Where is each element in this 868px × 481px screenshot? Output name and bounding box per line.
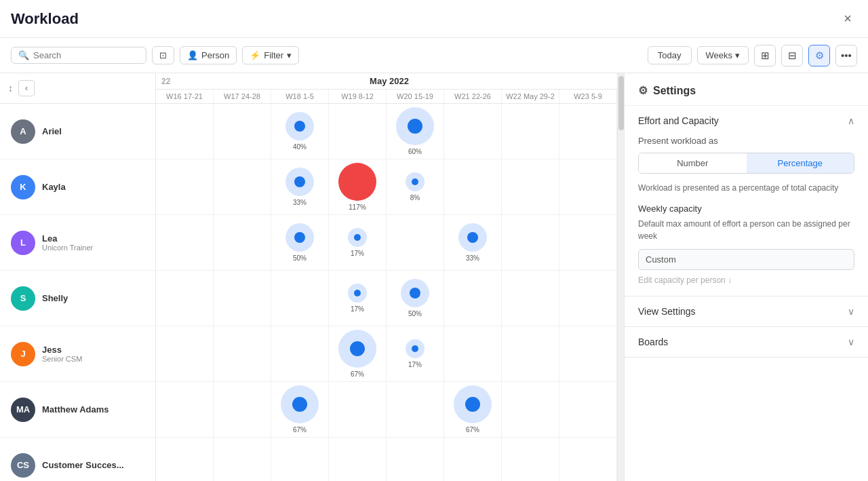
workload-cell-5-0[interactable]: [156, 382, 214, 437]
workload-cell-1-7[interactable]: [559, 159, 617, 214]
workload-cell-6-5[interactable]: [444, 438, 502, 481]
workload-cell-2-4[interactable]: [387, 215, 444, 270]
workload-bubble[interactable]: [285, 112, 314, 140]
person-button[interactable]: 👤 Person: [180, 46, 237, 64]
workload-cell-6-7[interactable]: [559, 438, 617, 481]
workload-cell-6-1[interactable]: [214, 438, 271, 481]
workload-cell-3-1[interactable]: [214, 271, 271, 326]
workload-bubble[interactable]: [396, 107, 434, 145]
workload-cell-4-7[interactable]: [559, 326, 617, 381]
workload-cell-0-1[interactable]: [214, 104, 271, 159]
workload-bubble[interactable]: [338, 330, 376, 368]
workload-cell-2-0[interactable]: [156, 215, 214, 270]
view-settings-header[interactable]: View Settings ∨: [625, 296, 868, 326]
workload-bubble[interactable]: [401, 279, 429, 307]
workload-cell-4-2[interactable]: [271, 326, 329, 381]
table-row: LLeaUnicorn Trainer50%17%33%: [0, 215, 617, 271]
workload-cell-3-3[interactable]: 17%: [329, 271, 387, 326]
filter-button[interactable]: ⚡ Filter ▾: [242, 46, 299, 64]
weeks-button[interactable]: Weeks ▾: [697, 46, 749, 64]
workload-cell-5-2[interactable]: 67%: [271, 382, 329, 437]
workload-cell-3-7[interactable]: [559, 271, 617, 326]
today-button[interactable]: Today: [648, 46, 692, 64]
workload-cell-3-5[interactable]: [444, 271, 502, 326]
workload-bubble[interactable]: [454, 385, 492, 423]
workload-cell-5-7[interactable]: [559, 382, 617, 437]
effort-section-header[interactable]: Effort and Capacity ∧: [625, 106, 868, 136]
workload-cell-1-3[interactable]: 117%: [329, 159, 387, 214]
workload-cell-4-4[interactable]: 17%: [387, 326, 444, 381]
workload-bubble[interactable]: [458, 223, 487, 252]
workload-cell-3-2[interactable]: [271, 271, 329, 326]
workload-cell-2-5[interactable]: 33%: [444, 215, 502, 270]
search-box[interactable]: 🔍: [11, 47, 146, 64]
more-button[interactable]: •••: [835, 45, 857, 66]
workload-cell-0-4[interactable]: 60%: [387, 104, 444, 159]
person-info: LeaUnicorn Trainer: [42, 233, 93, 252]
workload-cell-2-6[interactable]: [502, 215, 559, 270]
workload-cell-2-1[interactable]: [214, 215, 271, 270]
workload-cell-5-5[interactable]: 67%: [444, 382, 502, 437]
workload-cell-6-0[interactable]: [156, 438, 214, 481]
workload-cell-6-4[interactable]: [387, 438, 444, 481]
workload-cell-6-2[interactable]: [271, 438, 329, 481]
workload-cell-1-1[interactable]: [214, 159, 271, 214]
bubble-percentage: 67%: [466, 426, 479, 434]
boards-header[interactable]: Boards ∨: [625, 327, 868, 357]
workload-cell-0-7[interactable]: [559, 104, 617, 159]
export-button[interactable]: ⊞: [754, 45, 776, 66]
workload-bubble[interactable]: [285, 223, 314, 252]
workload-bubble[interactable]: [285, 168, 314, 196]
custom-capacity-input[interactable]: [638, 249, 854, 270]
prev-nav-button[interactable]: ‹: [18, 80, 35, 96]
close-button[interactable]: ×: [838, 9, 857, 28]
percentage-toggle[interactable]: Percentage: [747, 153, 854, 173]
workload-cell-5-1[interactable]: [214, 382, 271, 437]
workload-cell-1-0[interactable]: [156, 159, 214, 214]
settings-icon: ⚙: [815, 50, 824, 62]
workload-cell-2-7[interactable]: [559, 215, 617, 270]
split-button[interactable]: ⊟: [781, 45, 803, 66]
workload-cell-0-2[interactable]: 40%: [271, 104, 329, 159]
workload-cell-4-3[interactable]: 67%: [329, 326, 387, 381]
workload-cell-0-3[interactable]: [329, 104, 387, 159]
workload-cell-2-2[interactable]: 50%: [271, 215, 329, 270]
save-view-button[interactable]: ⊡: [152, 46, 174, 64]
workload-cell-1-4[interactable]: 8%: [387, 159, 444, 214]
workload-cell-2-3[interactable]: 17%: [329, 215, 387, 270]
workload-cell-3-4[interactable]: 50%: [387, 271, 444, 326]
sort-icon[interactable]: ↕: [8, 83, 13, 94]
workload-bubble[interactable]: [406, 339, 425, 358]
scroll-track[interactable]: [617, 73, 624, 481]
workload-cell-1-2[interactable]: 33%: [271, 159, 329, 214]
workload-cell-5-6[interactable]: [502, 382, 559, 437]
workload-bubble[interactable]: [281, 385, 319, 423]
workload-cell-6-3[interactable]: [329, 438, 387, 481]
person-info: Kayla: [42, 182, 66, 192]
workload-cell-1-5[interactable]: [444, 159, 502, 214]
weekly-capacity-desc: Default max amount of effort a person ca…: [638, 218, 854, 242]
scroll-thumb[interactable]: [618, 76, 624, 130]
workload-bubble[interactable]: [338, 163, 376, 201]
workload-bubble[interactable]: [348, 228, 367, 247]
workload-cell-4-6[interactable]: [502, 326, 559, 381]
workload-cell-4-0[interactable]: [156, 326, 214, 381]
workload-cell-4-1[interactable]: [214, 326, 271, 381]
workload-cell-0-0[interactable]: [156, 104, 214, 159]
boards-section: Boards ∨: [625, 327, 868, 358]
workload-bubble[interactable]: [406, 172, 425, 191]
workload-cell-4-5[interactable]: [444, 326, 502, 381]
workload-cell-0-6[interactable]: [502, 104, 559, 159]
workload-cell-5-3[interactable]: [329, 382, 387, 437]
settings-button[interactable]: ⚙: [808, 45, 830, 66]
workload-cell-3-6[interactable]: [502, 271, 559, 326]
number-toggle[interactable]: Number: [639, 153, 747, 173]
workload-cell-3-0[interactable]: [156, 271, 214, 326]
workload-cell-0-5[interactable]: [444, 104, 502, 159]
workload-cell-5-4[interactable]: [387, 382, 444, 437]
search-input[interactable]: [33, 50, 139, 60]
workload-bubble[interactable]: [348, 284, 367, 303]
weeks-header: 22 May 2022 W16 17-21W17 24-28W18 1-5W19…: [156, 73, 617, 103]
workload-cell-1-6[interactable]: [502, 159, 559, 214]
workload-cell-6-6[interactable]: [502, 438, 559, 481]
